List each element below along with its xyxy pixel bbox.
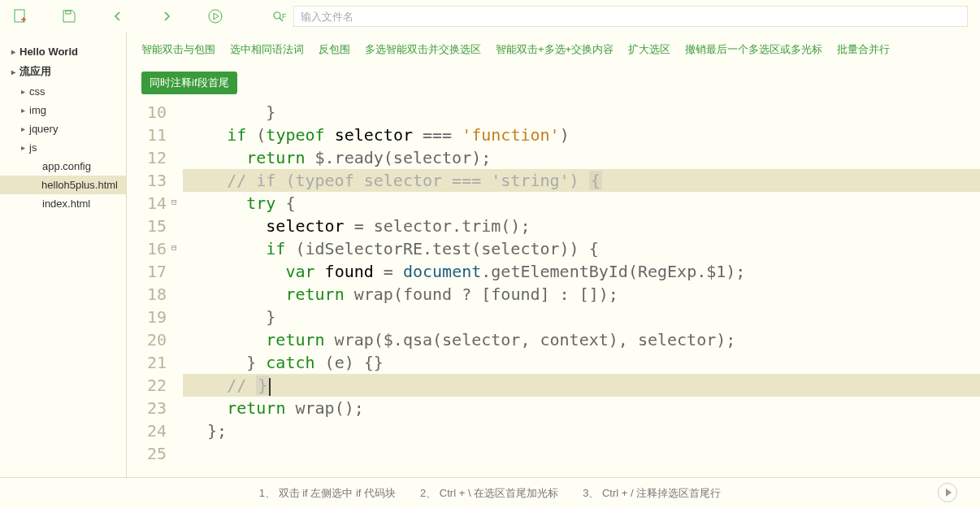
line-number[interactable]: 20: [127, 328, 167, 351]
fold-toggle-icon: [171, 419, 183, 442]
run-icon[interactable]: [207, 8, 223, 24]
action-link[interactable]: 多选智能双击并交换选区: [365, 42, 481, 57]
line-number[interactable]: 13: [127, 169, 167, 192]
new-file-icon[interactable]: [12, 8, 28, 24]
code-line[interactable]: selector = selector.trim();: [183, 215, 980, 237]
tree-item-label: Hello World: [20, 46, 78, 58]
tree-caret-icon[interactable]: ▸: [8, 47, 18, 56]
tree-caret-icon[interactable]: ▸: [18, 106, 28, 115]
code-line[interactable]: return wrap();: [183, 397, 980, 419]
status-bar: 1、 双击 if 左侧选中 if 代码块2、 Ctrl + \ 在选区首尾加光标…: [0, 477, 980, 508]
line-number[interactable]: 18: [127, 283, 167, 306]
fold-gutter[interactable]: [171, 101, 183, 477]
action-button-primary[interactable]: 同时注释if段首尾: [141, 72, 237, 94]
action-link[interactable]: 反包围: [319, 42, 350, 57]
line-number[interactable]: 15: [127, 215, 167, 237]
code-line[interactable]: };: [183, 419, 980, 442]
line-number[interactable]: 17: [127, 260, 167, 283]
fold-toggle-icon: [171, 351, 183, 374]
tree-item-label: index.html: [42, 198, 90, 210]
tree-item-active[interactable]: helloh5plus.html: [0, 176, 126, 194]
tree-caret-icon[interactable]: ▸: [8, 67, 18, 76]
code-line[interactable]: return $.ready(selector);: [183, 146, 980, 169]
svg-point-4: [209, 10, 222, 23]
fold-toggle-icon: [171, 374, 183, 397]
tree-item[interactable]: app.config: [0, 157, 126, 176]
code-line[interactable]: // }: [183, 374, 980, 397]
fold-toggle-icon: [171, 283, 183, 306]
code-line[interactable]: if (typeof selector === 'function'): [183, 124, 980, 146]
code-line[interactable]: }: [183, 306, 980, 328]
tree-caret-icon[interactable]: ▸: [18, 124, 28, 133]
action-link[interactable]: 批量合并行: [837, 42, 890, 57]
fold-toggle-icon: [171, 328, 183, 351]
code-line[interactable]: } catch (e) {}: [183, 351, 980, 374]
fold-toggle-icon: [171, 101, 183, 124]
tree-item[interactable]: ▸Hello World: [0, 42, 126, 61]
fold-toggle-icon: [171, 306, 183, 328]
tree-item-label: jquery: [29, 123, 58, 135]
file-tree[interactable]: ▸Hello World▸流应用▸css▸img▸jquery▸jsapp.co…: [0, 33, 126, 477]
action-link[interactable]: 撤销最后一个多选区或多光标: [685, 42, 822, 57]
tree-item-label: helloh5plus.html: [41, 179, 118, 191]
line-gutter: 10111213141516171819202122232425: [127, 101, 171, 477]
code-line[interactable]: var found = document.getElementById(RegE…: [183, 260, 980, 283]
status-tip: 1、 双击 if 左侧选中 if 代码块: [259, 486, 396, 501]
tree-caret-icon[interactable]: ▸: [18, 87, 28, 96]
tree-item[interactable]: ▸流应用: [0, 61, 126, 82]
line-number[interactable]: 22: [127, 374, 167, 397]
nav-forward-icon[interactable]: [158, 8, 175, 24]
search-icon: F: [272, 11, 287, 22]
code-editor[interactable]: 10111213141516171819202122232425 } if (t…: [127, 101, 980, 477]
tree-item[interactable]: ▸jquery: [0, 119, 126, 138]
line-number[interactable]: 24: [127, 419, 167, 442]
fold-toggle-icon[interactable]: [171, 192, 183, 215]
tree-item[interactable]: ▸img: [0, 101, 126, 119]
status-tip: 3、 Ctrl + / 注释掉选区首尾行: [583, 486, 721, 501]
line-number[interactable]: 11: [127, 124, 167, 146]
save-icon[interactable]: [61, 8, 77, 24]
nav-back-icon[interactable]: [110, 8, 126, 24]
tree-item-label: img: [29, 104, 46, 116]
line-number[interactable]: 25: [127, 442, 167, 465]
tree-item-label: 流应用: [20, 64, 51, 79]
line-number[interactable]: 21: [127, 351, 167, 374]
line-number[interactable]: 14: [127, 192, 167, 215]
fold-toggle-icon: [171, 442, 183, 465]
fold-toggle-icon[interactable]: [171, 237, 183, 260]
tree-item[interactable]: ▸css: [0, 82, 126, 101]
code-line[interactable]: [183, 442, 980, 465]
code-line[interactable]: return wrap($.qsa(selector, context), se…: [183, 328, 980, 351]
code-line[interactable]: try {: [183, 192, 980, 215]
editor-area: 智能双击与包围选中相同语法词反包围多选智能双击并交换选区智能双击+多选+交换内容…: [126, 33, 980, 477]
play-button[interactable]: [938, 483, 957, 502]
code-line[interactable]: return wrap(found ? [found] : []);: [183, 283, 980, 306]
tree-item-label: app.config: [42, 160, 91, 172]
action-link[interactable]: 扩大选区: [628, 42, 670, 57]
action-link[interactable]: 智能双击+多选+交换内容: [496, 42, 614, 57]
line-number[interactable]: 23: [127, 397, 167, 419]
code-content[interactable]: } if (typeof selector === 'function') re…: [183, 101, 980, 477]
fold-toggle-icon: [171, 260, 183, 283]
action-link[interactable]: 选中相同语法词: [230, 42, 304, 57]
fold-toggle-icon: [171, 169, 183, 192]
code-line[interactable]: }: [183, 101, 980, 124]
tree-item[interactable]: ▸js: [0, 138, 126, 157]
svg-rect-3: [66, 11, 71, 14]
tree-caret-icon[interactable]: ▸: [18, 143, 28, 152]
file-search-input[interactable]: [293, 6, 969, 27]
action-bar: 智能双击与包围选中相同语法词反包围多选智能双击并交换选区智能双击+多选+交换内容…: [127, 33, 980, 101]
line-number[interactable]: 16: [127, 237, 167, 260]
fold-toggle-icon: [171, 397, 183, 419]
status-tip: 2、 Ctrl + \ 在选区首尾加光标: [420, 486, 558, 501]
code-line[interactable]: if (idSelectorRE.test(selector)) {: [183, 237, 980, 260]
line-number[interactable]: 12: [127, 146, 167, 169]
action-link[interactable]: 智能双击与包围: [141, 42, 215, 57]
code-line[interactable]: // if (typeof selector === 'string') {: [183, 169, 980, 192]
line-number[interactable]: 10: [127, 101, 167, 124]
line-number[interactable]: 19: [127, 306, 167, 328]
fold-toggle-icon: [171, 146, 183, 169]
text-cursor: [269, 378, 271, 396]
tree-item-label: js: [29, 141, 37, 154]
tree-item[interactable]: index.html: [0, 194, 126, 213]
